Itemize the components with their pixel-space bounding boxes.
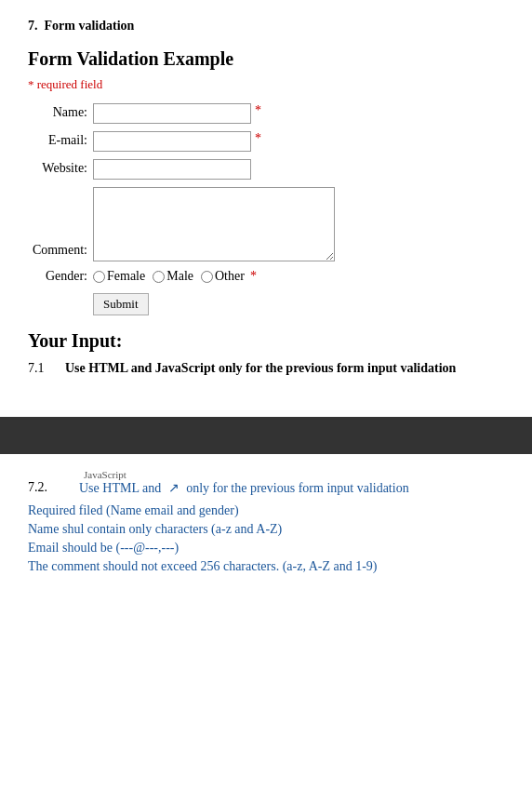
required-note: * required field	[28, 77, 504, 92]
subsection-71: 7.1 Use HTML and JavaScript only for the…	[28, 361, 504, 376]
form-title: Form Validation Example	[28, 48, 504, 70]
comment-row: Comment:	[28, 187, 504, 261]
bottom-72-num: 7.2.	[28, 480, 79, 495]
gender-male-option: Male	[153, 269, 193, 284]
section-heading: 7. Form validation	[28, 19, 504, 33]
bullet-2: Name shul contain only characters (a-z a…	[28, 522, 504, 537]
bottom-72-text-part2: only for the previous form input validat…	[183, 481, 409, 495]
name-row: Name: *	[28, 103, 504, 124]
name-input[interactable]	[93, 103, 251, 124]
subsection-71-number: 7.1	[28, 361, 65, 376]
email-row: E-mail: *	[28, 131, 504, 152]
name-label: Name:	[28, 103, 93, 120]
bullet-1: Required filed (Name email and gender)	[28, 503, 504, 518]
gender-female-radio[interactable]	[93, 271, 105, 283]
submit-button[interactable]: Submit	[93, 293, 149, 315]
gender-male-label: Male	[166, 269, 193, 284]
your-input-title: Your Input:	[28, 330, 504, 352]
gender-other-option: Other *	[201, 269, 257, 284]
subsection-71-text: Use HTML and JavaScript only for the pre…	[65, 361, 456, 376]
gender-female-label: Female	[107, 269, 145, 284]
bottom-section: JavaScript 7.2. Use HTML and ↗ only for …	[0, 454, 532, 596]
comment-textarea[interactable]	[93, 187, 335, 261]
gender-options: Female Male Other *	[93, 269, 257, 284]
website-label: Website:	[28, 159, 93, 176]
gender-female-option: Female	[93, 269, 145, 284]
name-required-star: *	[255, 103, 261, 118]
gender-other-radio[interactable]	[201, 271, 213, 283]
comment-label: Comment:	[28, 187, 93, 258]
gender-other-label: Other	[215, 269, 245, 284]
website-row: Website:	[28, 159, 504, 180]
email-required-star: *	[255, 131, 261, 146]
js-annotation: JavaScript	[84, 469, 504, 480]
gender-required-star: *	[250, 269, 257, 284]
gender-male-radio[interactable]	[153, 271, 165, 283]
divider-bar	[0, 417, 532, 454]
website-input[interactable]	[93, 159, 251, 180]
email-input[interactable]	[93, 131, 251, 152]
bullet-3: Email should be (---@---,---)	[28, 541, 504, 556]
js-icon: ↗	[168, 480, 180, 496]
bullet-4: The comment should not exceed 256 charac…	[28, 559, 504, 574]
email-label: E-mail:	[28, 131, 93, 148]
bottom-72-text: Use HTML and ↗ only for the previous for…	[79, 480, 409, 496]
gender-row: Gender: Female Male Other *	[28, 269, 504, 284]
bottom-72-row: 7.2. Use HTML and ↗ only for the previou…	[28, 480, 504, 496]
gender-label: Gender:	[28, 269, 93, 284]
bottom-72-text-part1: Use HTML and	[79, 481, 165, 495]
